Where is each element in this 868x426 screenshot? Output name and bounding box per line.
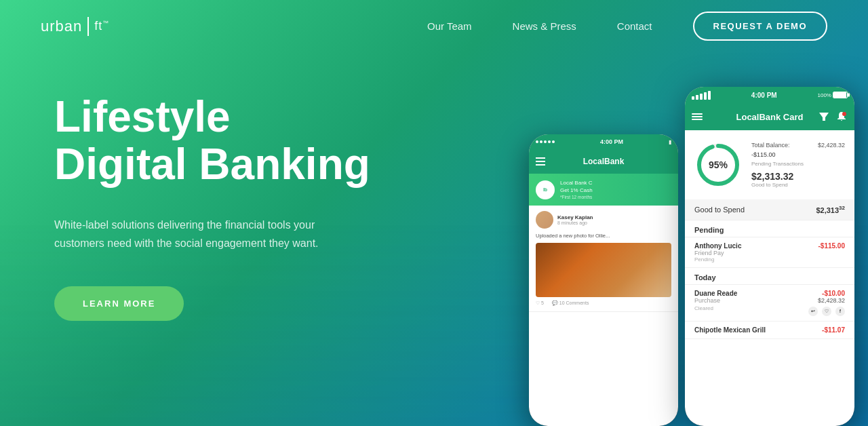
tx-name: Chipotle Mexican Grill	[694, 326, 766, 334]
gauge-percent: 95%	[709, 159, 728, 170]
gauge-section: 95% Total Balance: $2,428.32 -$115.00 Pe…	[685, 130, 854, 199]
header-action-icons	[818, 111, 848, 123]
social-post: Kasey Kaplan 8 minutes ago Uploaded a ne…	[529, 206, 678, 312]
transaction-chipotle: Chipotle Mexican Grill -$11.07	[685, 322, 854, 339]
tx-action-icons: ↩ ♡ f	[808, 307, 845, 316]
phone-front: 4:00 PM 100% LocalBank Card	[685, 87, 854, 426]
hero-subtitle: White-label solutions delivering the fin…	[54, 216, 346, 252]
post-actions: ♡ 5 💬 10 Comments	[536, 301, 671, 306]
nav-link-our-team[interactable]: Our Team	[427, 20, 472, 32]
post-image	[536, 243, 671, 297]
battery-indicator: 100%	[818, 92, 848, 98]
good-spend-bar-amount: $2,31332	[816, 205, 845, 214]
tx-amount: -$115.00	[818, 242, 845, 250]
phone-back-header: LocalBank	[529, 149, 678, 174]
pending-section-header: Pending	[685, 220, 854, 237]
request-demo-button[interactable]: REQUEST A DEMO	[693, 12, 828, 41]
phone-back: 4:00 PM ▮ LocalBank lb	[529, 134, 678, 426]
logo-text-ft: ft™	[94, 19, 109, 33]
today-section-header: Today	[685, 268, 854, 285]
like-icon[interactable]: ♡	[822, 307, 831, 316]
nav-link-news-press[interactable]: News & Press	[513, 20, 576, 32]
total-balance-label: Total Balance:	[751, 142, 790, 149]
hamburger-icon[interactable]	[536, 157, 545, 166]
svg-marker-0	[819, 113, 829, 121]
signal-icon	[536, 140, 555, 143]
phone-front-time: 4:00 PM	[751, 92, 777, 99]
good-to-spend-label: Good to Spend	[751, 182, 845, 188]
logo-separator	[87, 17, 89, 36]
total-balance-value: $2,428.32	[818, 142, 845, 149]
phone-back-status-bar: 4:00 PM ▮	[529, 134, 678, 149]
phone-front-title: LocalBank Card	[736, 112, 804, 122]
phone-back-title: LocalBank	[583, 157, 625, 166]
filter-icon[interactable]	[818, 111, 830, 123]
signal-dots-icon	[692, 91, 711, 100]
ad-banner[interactable]: lb Local Bank C Get 1% Cash *First 12 mo…	[529, 174, 678, 206]
tx-status: Cleared	[694, 305, 713, 316]
tx-balance: $2,428.32	[818, 297, 845, 304]
post-user-info: Kasey Kaplan 8 minutes ago	[557, 214, 671, 225]
nav-links: Our Team News & Press Contact REQUEST A …	[427, 12, 827, 41]
logo-text-urban: urban	[41, 18, 82, 35]
post-time: 8 minutes ago	[557, 220, 671, 225]
navbar: urban ft™ Our Team News & Press Contact …	[0, 0, 868, 52]
gauge-info: Total Balance: $2,428.32 -$115.00 Pendin…	[751, 142, 845, 188]
pending-sub: Pending Transactions	[751, 161, 845, 167]
tx-sub: Friend Pay	[694, 250, 845, 256]
phone-back-time: 4:00 PM	[600, 138, 623, 145]
tx-amount: -$11.07	[822, 326, 845, 334]
tx-name: Duane Reade	[694, 290, 737, 297]
tx-sub: Purchase	[694, 297, 720, 304]
tx-name: Anthony Lucic	[694, 242, 741, 250]
ad-logo: lb	[536, 180, 555, 199]
phone-front-status-bar: 4:00 PM 100%	[685, 87, 854, 103]
transaction-anthony: Anthony Lucic -$115.00 Friend Pay Pendin…	[685, 237, 854, 268]
transaction-duane: Duane Reade -$10.00 Purchase $2,428.32 C…	[685, 285, 854, 322]
svg-point-1	[842, 112, 846, 116]
notification-icon[interactable]	[835, 111, 848, 123]
logo[interactable]: urban ft™	[41, 17, 109, 36]
nav-link-contact[interactable]: Contact	[617, 20, 652, 32]
ad-text: Local Bank C Get 1% Cash *First 12 month…	[560, 179, 593, 200]
pending-amount: -$115.00	[751, 151, 776, 158]
hamburger-menu-icon[interactable]	[692, 113, 703, 120]
share-icon[interactable]: ↩	[808, 307, 818, 316]
phones-container: 4:00 PM ▮ LocalBank lb	[488, 53, 868, 426]
social-icon[interactable]: f	[835, 307, 845, 316]
phone-front-header: LocalBank Card	[685, 103, 854, 130]
hero-section: urban ft™ Our Team News & Press Contact …	[0, 0, 868, 426]
good-spend-bar: Good to Spend $2,31332	[685, 199, 854, 220]
tx-status: Pending	[694, 256, 845, 263]
good-spend-bar-label: Good to Spend	[694, 206, 745, 214]
learn-more-button[interactable]: LEARN MORE	[54, 286, 184, 321]
post-username: Kasey Kaplan	[557, 214, 671, 220]
post-text: Uploaded a new photo for Ollie...	[536, 233, 671, 239]
spending-gauge: 95%	[694, 141, 742, 189]
good-to-spend-amount: $2,313.32	[751, 171, 845, 182]
avatar	[536, 211, 553, 229]
tx-amount: -$10.00	[822, 290, 845, 297]
battery-icon: ▮	[669, 139, 671, 145]
